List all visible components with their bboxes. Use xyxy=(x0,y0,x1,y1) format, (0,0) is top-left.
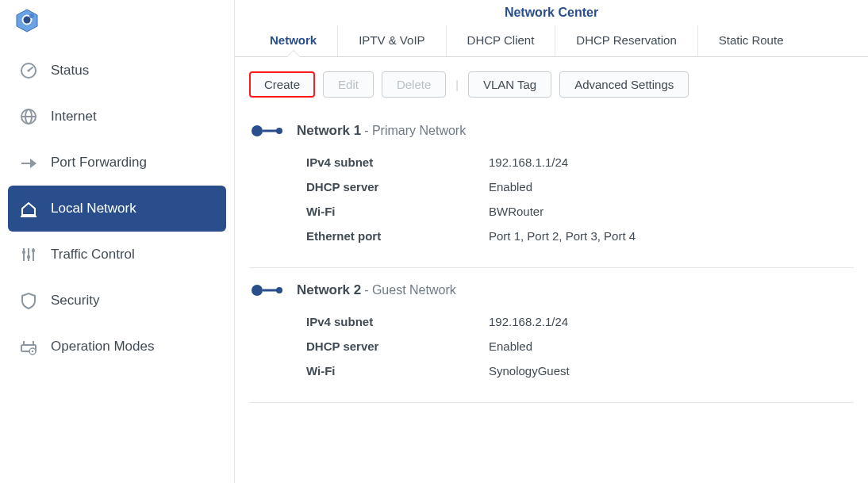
sidebar-item-internet[interactable]: Internet xyxy=(8,94,226,140)
create-button[interactable]: Create xyxy=(249,71,315,98)
app-logo xyxy=(0,5,234,48)
detail-value: 192.168.1.1/24 xyxy=(489,155,568,169)
sliders-icon xyxy=(17,243,40,266)
vlan-tag-button[interactable]: VLAN Tag xyxy=(468,71,551,98)
detail-key: DHCP server xyxy=(306,180,489,194)
tab-dhcp-reservation[interactable]: DHCP Reservation xyxy=(555,25,697,56)
network-details: IPv4 subnet192.168.2.1/24 DHCP serverEna… xyxy=(249,309,854,383)
tab-iptv-voip[interactable]: IPTV & VoIP xyxy=(337,25,445,56)
router-gear-icon xyxy=(17,335,40,358)
sidebar-item-port-forwarding[interactable]: Port Forwarding xyxy=(8,140,226,186)
detail-row: IPv4 subnet192.168.2.1/24 xyxy=(306,309,854,334)
detail-row: DHCP serverEnabled xyxy=(306,174,854,199)
gauge-icon xyxy=(17,59,40,82)
network-node-icon xyxy=(251,282,284,298)
network-header: Network 2 - Guest Network xyxy=(249,282,854,309)
shield-icon xyxy=(17,289,40,312)
network-role: Guest Network xyxy=(372,283,456,297)
detail-value: SynologyGuest xyxy=(489,364,570,378)
svg-point-27 xyxy=(252,285,263,296)
detail-row: Ethernet portPort 1, Port 2, Port 3, Por… xyxy=(306,224,854,248)
tab-bar: Network IPTV & VoIP DHCP Client DHCP Res… xyxy=(235,25,868,57)
sidebar-item-label: Traffic Control xyxy=(51,247,135,263)
network-node-icon xyxy=(251,123,284,139)
sidebar-item-label: Local Network xyxy=(51,201,136,217)
network-name: Network 1 xyxy=(297,123,361,138)
tab-network[interactable]: Network xyxy=(249,25,337,56)
globe-icon xyxy=(17,105,40,128)
sidebar-item-label: Internet xyxy=(51,109,97,125)
sidebar-item-traffic-control[interactable]: Traffic Control xyxy=(8,232,226,278)
tab-static-route[interactable]: Static Route xyxy=(697,25,805,56)
svg-point-17 xyxy=(27,255,30,259)
svg-point-6 xyxy=(27,69,29,71)
page-title: Network Center xyxy=(235,0,868,25)
network-details: IPv4 subnet192.168.1.1/24 DHCP serverEna… xyxy=(249,150,854,248)
detail-value: 192.168.2.1/24 xyxy=(489,315,568,328)
detail-row: Wi-FiSynologyGuest xyxy=(306,358,854,383)
app-window: Status Internet Port Forwarding Local Ne… xyxy=(0,0,868,483)
sidebar-item-operation-modes[interactable]: Operation Modes xyxy=(8,324,226,370)
detail-key: Ethernet port xyxy=(306,229,489,243)
edit-button[interactable]: Edit xyxy=(323,71,374,98)
house-network-icon xyxy=(17,197,40,220)
delete-button[interactable]: Delete xyxy=(382,71,446,98)
svg-point-26 xyxy=(276,128,282,134)
forward-arrow-icon xyxy=(17,151,40,174)
detail-key: IPv4 subnet xyxy=(306,155,489,169)
sidebar-item-label: Status xyxy=(51,63,89,79)
detail-row: Wi-FiBWRouter xyxy=(306,199,854,224)
network-header: Network 1 - Primary Network xyxy=(249,123,854,150)
svg-point-3 xyxy=(29,13,34,18)
sidebar: Status Internet Port Forwarding Local Ne… xyxy=(0,0,235,483)
network-block[interactable]: Network 1 - Primary Network IPv4 subnet1… xyxy=(249,109,854,268)
svg-point-16 xyxy=(22,251,25,254)
detail-value: Port 1, Port 2, Port 3, Port 4 xyxy=(489,229,636,243)
svg-point-2 xyxy=(24,17,31,24)
sidebar-item-local-network[interactable]: Local Network xyxy=(8,186,226,232)
network-role: Primary Network xyxy=(372,124,466,137)
detail-value: BWRouter xyxy=(489,205,543,218)
sidebar-item-security[interactable]: Security xyxy=(8,278,226,324)
advanced-settings-button[interactable]: Advanced Settings xyxy=(559,71,689,98)
network-name: Network 2 xyxy=(297,282,361,297)
detail-key: IPv4 subnet xyxy=(306,315,489,328)
svg-point-24 xyxy=(252,125,263,136)
svg-point-18 xyxy=(32,249,35,252)
svg-point-29 xyxy=(276,287,282,293)
sidebar-item-status[interactable]: Status xyxy=(8,48,226,94)
detail-value: Enabled xyxy=(489,180,532,194)
network-title: Network 2 - Guest Network xyxy=(297,282,456,298)
network-title: Network 1 - Primary Network xyxy=(297,123,466,139)
sidebar-list: Status Internet Port Forwarding Local Ne… xyxy=(0,48,234,370)
tab-dhcp-client[interactable]: DHCP Client xyxy=(446,25,555,56)
detail-row: IPv4 subnet192.168.1.1/24 xyxy=(306,150,854,174)
svg-point-23 xyxy=(32,351,33,352)
sidebar-item-label: Port Forwarding xyxy=(51,155,147,171)
detail-key: Wi-Fi xyxy=(306,364,489,378)
sidebar-item-label: Operation Modes xyxy=(51,339,154,355)
network-center-logo-icon xyxy=(14,8,40,33)
detail-value: Enabled xyxy=(489,339,532,353)
toolbar: Create Edit Delete | VLAN Tag Advanced S… xyxy=(235,57,868,109)
detail-row: DHCP serverEnabled xyxy=(306,334,854,358)
network-block[interactable]: Network 2 - Guest Network IPv4 subnet192… xyxy=(249,268,854,403)
main-panel: Network Center Network IPTV & VoIP DHCP … xyxy=(235,0,868,483)
network-list: Network 1 - Primary Network IPv4 subnet1… xyxy=(235,109,868,403)
sidebar-item-label: Security xyxy=(51,293,99,309)
toolbar-separator: | xyxy=(454,79,460,91)
detail-key: DHCP server xyxy=(306,339,489,353)
detail-key: Wi-Fi xyxy=(306,205,489,218)
